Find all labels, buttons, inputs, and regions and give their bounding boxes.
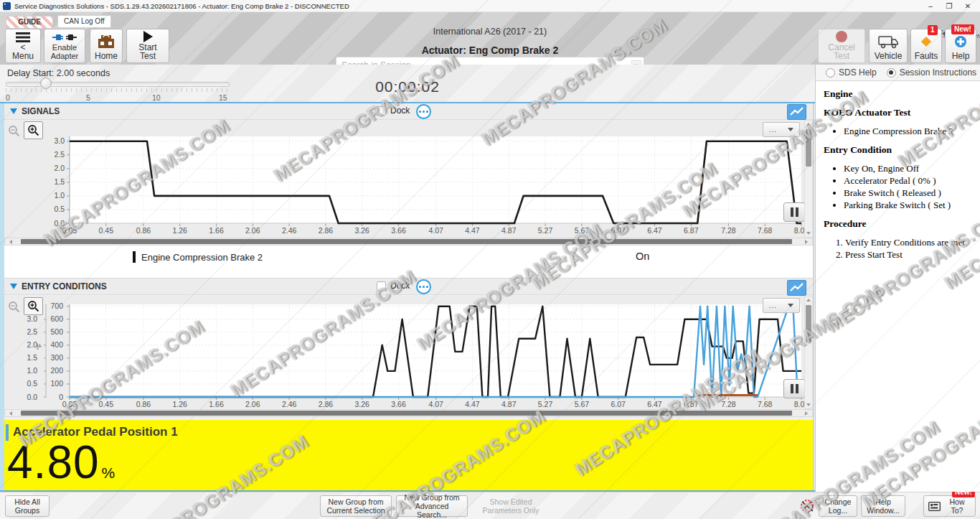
new-group-current-button[interactable]: New Group from Current Selection: [320, 495, 392, 517]
signals-vertical-scrollbar[interactable]: [804, 120, 813, 238]
svg-text:4.47: 4.47: [465, 226, 480, 235]
svg-text:5.27: 5.27: [538, 226, 553, 235]
dock-checkbox[interactable]: [377, 106, 386, 116]
chart-options-dropdown[interactable]: ...: [763, 298, 800, 313]
adapter-plug-icon: [52, 32, 77, 43]
accelerator-gauge-panel[interactable]: Accelerator Pedal Position 1 4.80 %: [4, 420, 813, 490]
session-instructions-label[interactable]: Session Instructions: [900, 67, 976, 78]
scroll-up-icon[interactable]: [806, 123, 811, 126]
more-options-icon[interactable]: [416, 104, 431, 119]
dock-checkbox[interactable]: [377, 281, 386, 291]
svg-text:4.87: 4.87: [501, 226, 517, 235]
svg-text:1.5: 1.5: [54, 177, 65, 186]
zoom-in-icon[interactable]: [24, 297, 43, 315]
start-test-button[interactable]: Start Test: [126, 29, 169, 63]
scroll-left-icon[interactable]: [9, 240, 12, 244]
new-group-advanced-button[interactable]: New Group from Advanced Search...: [396, 495, 468, 517]
signals-horizontal-scrollbar[interactable]: [4, 238, 813, 246]
svg-text:400: 400: [50, 340, 63, 349]
scroll-down-icon[interactable]: [806, 232, 811, 235]
scroll-left-icon[interactable]: [9, 411, 12, 416]
sds-help-label[interactable]: SDS Help: [839, 67, 877, 78]
can-log-off-button[interactable]: CAN Log Off: [57, 15, 111, 28]
entry-title: ENTRY CONDITIONS: [22, 281, 107, 291]
instructions-heading: Entry Condition: [824, 144, 976, 156]
signals-chart[interactable]: 3.02.52.01.51.00.50.00.050.450.861.261.6…: [0, 120, 815, 238]
scroll-right-icon[interactable]: [805, 240, 808, 244]
svg-text:300: 300: [50, 353, 63, 362]
svg-text:200: 200: [50, 366, 63, 375]
svg-text:6.07: 6.07: [611, 226, 626, 235]
header: GUIDE CAN Log Off < Menu Enable Adapter …: [0, 12, 980, 65]
entry-horizontal-scrollbar[interactable]: [4, 409, 813, 417]
signals-legend-row: Engine Compression Brake 2 On: [4, 246, 813, 279]
entry-conditions-chart[interactable]: 70060050040030020010003.02.52.01.51.00.5…: [0, 296, 815, 409]
chart-options-dropdown[interactable]: ...: [763, 122, 800, 137]
list-item: Parking Brake Switch ( Set ): [844, 200, 976, 211]
svg-text:7.28: 7.28: [721, 400, 736, 408]
list-item: Verify Entry Conditions are met.: [845, 237, 976, 248]
pause-button[interactable]: [783, 379, 805, 398]
help-mode-selector: SDS Help Session Instructions: [816, 65, 980, 81]
how-to-button[interactable]: How To?: [923, 495, 976, 517]
legend-signal-name[interactable]: Engine Compression Brake 2: [141, 252, 263, 263]
svg-text:4.87: 4.87: [501, 400, 517, 408]
delay-start-row: Delay Start: 2.00 seconds 0 5 10 15 00:0…: [0, 65, 815, 103]
svg-text:0.5: 0.5: [54, 205, 65, 213]
svg-text:0.45: 0.45: [99, 226, 114, 235]
scroll-down-icon[interactable]: [806, 403, 811, 406]
list-item: Brake Switch ( Released ): [844, 187, 976, 199]
svg-text:0.5: 0.5: [27, 379, 37, 388]
help-window-button[interactable]: Help Window...: [861, 495, 905, 517]
instructions-heading: Procedure: [824, 218, 976, 230]
title-bar: Service Diagnostics Solutions - SDS.1.29…: [0, 0, 980, 12]
chart-view-toggle-button[interactable]: [787, 104, 806, 120]
faults-count-badge: 1: [928, 25, 938, 35]
svg-text:6.47: 6.47: [647, 226, 662, 235]
more-options-icon[interactable]: [416, 279, 431, 294]
minimize-button[interactable]: –: [921, 1, 940, 11]
chart-view-toggle-button[interactable]: [787, 280, 806, 296]
svg-text:2.06: 2.06: [245, 226, 260, 235]
zoom-out-icon[interactable]: [4, 122, 24, 140]
svg-text:1.66: 1.66: [209, 400, 224, 408]
connection-off-icon: [799, 498, 815, 517]
entry-vertical-scrollbar[interactable]: [804, 296, 813, 409]
scroll-up-icon[interactable]: [806, 299, 811, 301]
zoom-in-icon[interactable]: [24, 121, 43, 139]
svg-text:1.5: 1.5: [27, 353, 37, 362]
menu-button[interactable]: < Menu: [5, 29, 41, 63]
close-button[interactable]: ✕: [958, 1, 977, 11]
instructions-heading: KOEO Actuator Test: [824, 107, 976, 118]
list-item: Key On, Engine Off: [844, 163, 976, 174]
maximize-button[interactable]: ❐: [940, 1, 958, 11]
hide-all-groups-button[interactable]: Hide All Groups: [5, 495, 50, 517]
change-log-button[interactable]: Change Log...: [819, 495, 857, 517]
scroll-right-icon[interactable]: [805, 411, 808, 416]
svg-text:0.05: 0.05: [62, 400, 77, 408]
menu-label: < Menu: [9, 43, 37, 60]
svg-text:0.0: 0.0: [27, 393, 37, 401]
guide-button[interactable]: GUIDE: [6, 16, 53, 29]
svg-text:7.68: 7.68: [758, 400, 773, 408]
home-button[interactable]: Home: [90, 29, 123, 63]
vehicle-button[interactable]: Vehicle: [869, 29, 908, 63]
cancel-test-button[interactable]: Cancel Test: [818, 29, 865, 63]
collapse-triangle-icon[interactable]: [10, 108, 17, 114]
svg-text:4.07: 4.07: [428, 400, 443, 408]
list-item: Engine Compression Brake 2: [844, 126, 976, 137]
zoom-out-icon[interactable]: [4, 298, 24, 316]
pause-button[interactable]: [783, 202, 805, 222]
svg-text:2.06: 2.06: [245, 400, 260, 408]
collapse-triangle-icon[interactable]: [10, 284, 17, 289]
svg-text:2.0: 2.0: [54, 164, 65, 172]
sds-help-radio[interactable]: [826, 68, 835, 78]
svg-text:3.0: 3.0: [27, 314, 37, 323]
right-panel: SDS Help Session Instructions Engine KOE…: [815, 65, 980, 492]
enable-adapter-button[interactable]: Enable Adapter: [44, 29, 85, 63]
enable-adapter-label: Enable Adapter: [51, 43, 79, 60]
truck-icon: [877, 32, 899, 52]
session-instructions-radio[interactable]: [887, 68, 896, 78]
help-label: Help: [952, 52, 970, 60]
svg-text:6.07: 6.07: [611, 400, 626, 408]
